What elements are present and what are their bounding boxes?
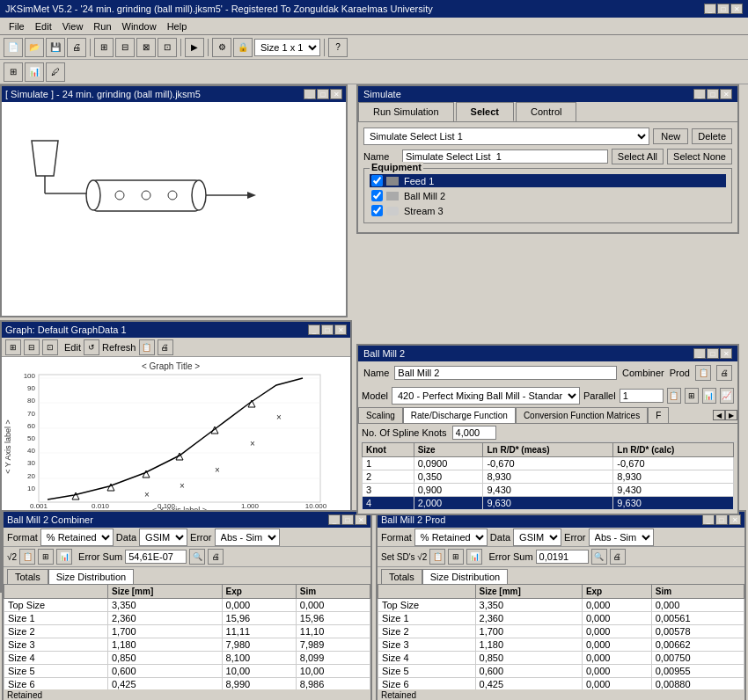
- graph-minimize[interactable]: _: [308, 324, 320, 335]
- stream3-checkbox[interactable]: [371, 205, 383, 216]
- settings-button[interactable]: ⚙: [212, 38, 231, 57]
- tb2-btn3[interactable]: 🖊: [46, 62, 65, 82]
- simulate-dialog-controls[interactable]: _ □ ✕: [693, 89, 732, 99]
- bm-table-row[interactable]: 30,9009,4309,430: [363, 484, 734, 497]
- bm-icon2[interactable]: 🖨: [716, 365, 732, 381]
- toolbar-btn3[interactable]: ⊟: [115, 38, 135, 57]
- comb-print-btn[interactable]: 🖨: [208, 549, 224, 565]
- tab-run-simulation[interactable]: Run Simulation: [358, 102, 454, 121]
- graph-close[interactable]: ✕: [334, 324, 347, 335]
- delete-button[interactable]: Delete: [692, 128, 732, 144]
- comb-tab-size-dist[interactable]: Size Distribution: [48, 569, 134, 584]
- comb-min[interactable]: _: [328, 514, 341, 525]
- sim-dialog-minimize[interactable]: _: [693, 89, 706, 99]
- graph-print[interactable]: 🖨: [158, 339, 173, 355]
- bm-tab-scaling[interactable]: Scaling: [358, 407, 403, 423]
- comb-max[interactable]: □: [341, 514, 354, 525]
- graph-zoom-in[interactable]: ⊞: [5, 339, 21, 355]
- comb-errsum-value[interactable]: [125, 550, 187, 564]
- bm-icon1[interactable]: 📋: [695, 365, 711, 381]
- circuit-maximize[interactable]: □: [317, 89, 329, 99]
- menu-edit[interactable]: Edit: [30, 19, 57, 33]
- circuit-close[interactable]: ✕: [330, 89, 342, 99]
- prod-table-row[interactable]: Size 12,3600,0000,00561: [378, 612, 744, 625]
- prod-error-select[interactable]: Abs - Sim: [589, 529, 654, 546]
- toolbar-btn5[interactable]: ⊡: [158, 38, 177, 57]
- prod-table-row[interactable]: Size 21,7000,0000,00578: [378, 625, 744, 638]
- feed1-checkbox[interactable]: [371, 175, 383, 186]
- menu-run[interactable]: Run: [88, 19, 116, 33]
- equipment-item-feed1[interactable]: Feed 1: [370, 174, 726, 187]
- ballmill-dialog-controls[interactable]: _ □ ✕: [693, 348, 732, 359]
- prod-table-row[interactable]: Size 50,6000,0000,00955: [378, 665, 744, 678]
- open-button[interactable]: 📂: [25, 38, 44, 57]
- new-button[interactable]: New: [653, 128, 688, 144]
- new-button[interactable]: 📄: [4, 38, 23, 57]
- graph-win-controls[interactable]: _ □ ✕: [308, 324, 347, 335]
- prod-data-select[interactable]: GSIM: [513, 529, 561, 546]
- combiner-table-row[interactable]: Size 12,36015,9615,96: [4, 612, 370, 625]
- combiner-table-row[interactable]: Size 60,4258,9908,986: [4, 678, 370, 690]
- prod-view-btn[interactable]: 🔍: [591, 549, 607, 565]
- prod-format-select[interactable]: % Retained: [414, 529, 488, 546]
- comb-sds-btn1[interactable]: 📋: [19, 549, 35, 565]
- bm-model-dropdown[interactable]: 420 - Perfect Mixing Ball Mill - Standar: [392, 387, 580, 405]
- combiner-table-row[interactable]: Size 50,60010,0010,00: [4, 665, 370, 678]
- bm-tab-conversion[interactable]: Conversion Function Matrices: [516, 407, 648, 423]
- menu-help[interactable]: Help: [162, 19, 193, 33]
- prod-table-row[interactable]: Size 31,1800,0000,00662: [378, 638, 744, 652]
- comb-tab-totals[interactable]: Totals: [7, 569, 48, 584]
- prod-controls[interactable]: _ □ ✕: [702, 514, 741, 525]
- prod-close[interactable]: ✕: [729, 514, 741, 525]
- bm-model-icon3[interactable]: 📊: [702, 388, 716, 404]
- select-none-button[interactable]: Select None: [667, 149, 732, 164]
- menu-view[interactable]: View: [57, 19, 89, 33]
- play-button[interactable]: ▶: [185, 38, 204, 57]
- ballmill2-checkbox[interactable]: [371, 190, 383, 201]
- spline-value[interactable]: [452, 426, 496, 440]
- graph-refresh-btn[interactable]: Refresh: [102, 342, 136, 353]
- bm-tab-prev[interactable]: ◀: [713, 410, 725, 420]
- prod-table-row[interactable]: Size 40,8500,0000,00750: [378, 652, 744, 665]
- tab-select[interactable]: Select: [456, 102, 514, 121]
- prod-errsum-value[interactable]: [536, 550, 589, 564]
- toolbar-btn2[interactable]: ⊞: [94, 38, 114, 57]
- bm-table-row[interactable]: 20,3508,9308,930: [363, 470, 734, 484]
- bm-tab-rate[interactable]: Rate/Discharge Function: [403, 407, 516, 423]
- bm-model-icon1[interactable]: 📋: [667, 388, 681, 404]
- comb-format-select[interactable]: % Retained: [40, 529, 114, 546]
- prod-table-row[interactable]: Top Size3,3500,0000,000: [378, 599, 744, 612]
- tb2-btn2[interactable]: 📊: [25, 62, 44, 82]
- help-button[interactable]: ?: [328, 38, 348, 57]
- bm-model-icon2[interactable]: ⊞: [685, 388, 699, 404]
- combiner-controls[interactable]: _ □ ✕: [328, 514, 367, 525]
- graph-refresh-icon[interactable]: ↺: [84, 339, 99, 355]
- menu-file[interactable]: File: [4, 19, 30, 33]
- tb2-btn1[interactable]: ⊞: [4, 62, 23, 82]
- sim-dialog-close[interactable]: ✕: [720, 89, 732, 99]
- combiner-table-row[interactable]: Size 40,8508,1008,099: [4, 652, 370, 665]
- graph-zoom-out[interactable]: ⊟: [24, 339, 40, 355]
- equipment-item-ballmill2[interactable]: Ball Mill 2: [370, 189, 726, 202]
- comb-error-select[interactable]: Abs - Sim: [215, 529, 280, 546]
- prod-sds-btn3[interactable]: 📊: [466, 549, 482, 565]
- prod-table-row[interactable]: Size 60,4250,0000,00880: [378, 678, 744, 690]
- bm-tab-next[interactable]: ▶: [725, 410, 737, 420]
- prod-min[interactable]: _: [702, 514, 715, 525]
- minimize-button[interactable]: _: [704, 4, 716, 14]
- save-button[interactable]: 💾: [46, 38, 65, 57]
- title-bar-controls[interactable]: _ □ ✕: [704, 4, 743, 14]
- graph-edit-btn[interactable]: Edit: [64, 342, 81, 353]
- simulate-list-dropdown[interactable]: Simulate Select List 1: [363, 128, 649, 145]
- maximize-button[interactable]: □: [717, 4, 730, 14]
- equipment-item-stream3[interactable]: Stream 3: [370, 204, 726, 217]
- prod-tab-size-dist[interactable]: Size Distribution: [422, 569, 508, 584]
- prod-sds-btn1[interactable]: 📋: [429, 549, 445, 565]
- bm-tab-f[interactable]: F: [648, 407, 669, 423]
- bm-maximize[interactable]: □: [707, 348, 719, 359]
- circuit-minimize[interactable]: _: [304, 89, 316, 99]
- lock-button[interactable]: 🔒: [233, 38, 253, 57]
- prod-print-btn[interactable]: 🖨: [610, 549, 626, 565]
- size-dropdown[interactable]: Size 1 x 1: [254, 39, 320, 56]
- bm-close[interactable]: ✕: [720, 348, 732, 359]
